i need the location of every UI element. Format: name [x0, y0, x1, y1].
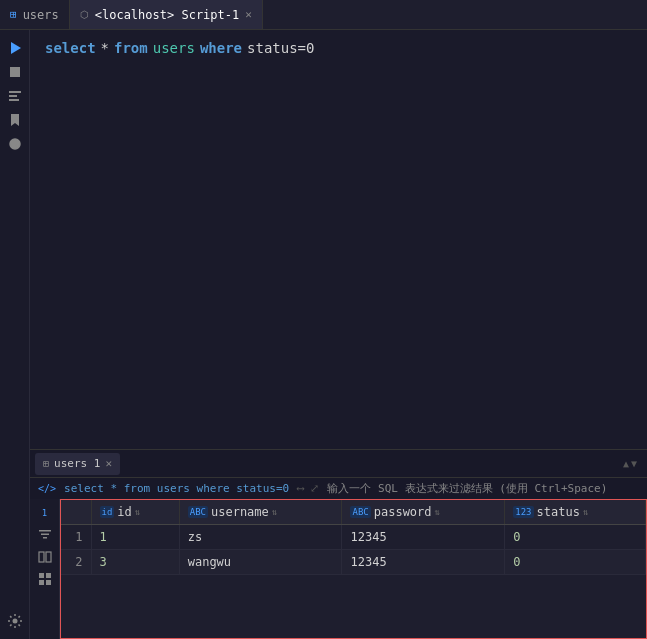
sql-star: * [101, 40, 109, 56]
grid-icon: ⊞ [43, 458, 49, 469]
row-1-username: zs [179, 525, 342, 550]
svg-rect-14 [39, 580, 44, 585]
col-password-name: password [374, 505, 432, 519]
sql-table-name: users [153, 40, 195, 56]
svg-rect-2 [9, 91, 21, 93]
bottom-tab-bar: ⊞ users 1 ✕ ▲ ▼ [30, 450, 647, 478]
tab-script-label: <localhost> Script-1 [95, 8, 240, 22]
bottom-main: 1 [30, 499, 647, 639]
svg-rect-11 [46, 552, 51, 562]
tab-users[interactable]: ⊞ users [0, 0, 70, 29]
nav-up-icon[interactable]: ▲ [623, 458, 629, 469]
col-username-sort-icon[interactable]: ⇅ [272, 507, 277, 517]
sql-keyword-where: where [200, 40, 242, 56]
table-icon: ⊞ [10, 8, 17, 21]
col-status-name: status [537, 505, 580, 519]
row-1-password: 12345 [342, 525, 505, 550]
nav-arrows: ▲ ▼ [623, 458, 642, 469]
result-status-bar: </> select * from users where status=0 ⟷… [30, 478, 647, 499]
svg-rect-15 [46, 580, 51, 585]
tab-bar: ⊞ users ⬡ <localhost> Script-1 ✕ [0, 0, 647, 30]
col-header-status[interactable]: 123 status ⇅ [505, 500, 646, 525]
filter-rows-icon[interactable] [35, 525, 55, 545]
main-area: select * from users where status=0 ⊞ use… [0, 30, 647, 639]
svg-rect-3 [9, 95, 17, 97]
svg-rect-9 [43, 537, 47, 539]
tab-users-label: users [23, 8, 59, 22]
col-username-name: username [211, 505, 269, 519]
sql-condition: status=0 [247, 40, 314, 56]
table-row: 2 3 wangwu 12345 0 [61, 550, 646, 575]
table-row: 1 1 zs 12345 0 [61, 525, 646, 550]
col-header-username[interactable]: ABC username ⇅ [179, 500, 342, 525]
result-table: id id ⇅ ABC username ⇅ [61, 500, 646, 575]
col-id-sort-icon[interactable]: ⇅ [135, 507, 140, 517]
filter-hint: 输入一个 SQL 表达式来过滤结果 (使用 Ctrl+Space) [327, 481, 607, 496]
col-password-sort-icon[interactable]: ⇅ [435, 507, 440, 517]
row-2-id: 3 [91, 550, 179, 575]
stop-icon[interactable] [5, 62, 25, 82]
grid-rows-icon[interactable] [35, 569, 55, 589]
sql-keyword-select: select [45, 40, 96, 56]
bottom-panel: ⊞ users 1 ✕ ▲ ▼ </> select * from users … [30, 449, 647, 639]
sql-editor[interactable]: select * from users where status=0 [30, 30, 647, 449]
tab-close-icon[interactable]: ✕ [245, 8, 252, 21]
history-icon[interactable] [5, 134, 25, 154]
col-username-type-badge: ABC [188, 506, 208, 518]
svg-rect-8 [41, 534, 49, 536]
col-header-password[interactable]: ABC password ⇅ [342, 500, 505, 525]
row-1-id: 1 [91, 525, 179, 550]
sql-line: select * from users where status=0 [45, 40, 632, 56]
query-preview: select * from users where status=0 [64, 482, 289, 495]
col-password-type-badge: ABC [350, 506, 370, 518]
editor-container: select * from users where status=0 ⊞ use… [30, 30, 647, 639]
sql-keyword-from: from [114, 40, 148, 56]
svg-marker-0 [11, 42, 21, 54]
row-2-username: wangwu [179, 550, 342, 575]
svg-rect-4 [9, 99, 19, 101]
bookmark-icon[interactable] [5, 110, 25, 130]
run-icon[interactable] [5, 38, 25, 58]
section-1-icon: 1 [35, 503, 55, 523]
result-table-body: 1 1 zs 12345 0 2 3 wangwu 12345 [61, 525, 646, 575]
row-2-num: 2 [61, 550, 91, 575]
result-tab-label: users 1 [54, 457, 100, 470]
svg-rect-13 [46, 573, 51, 578]
query-tag-icon: </> [38, 483, 56, 494]
settings-icon[interactable] [5, 611, 25, 631]
svg-rect-1 [10, 67, 20, 77]
row-2-status: 0 [505, 550, 646, 575]
left-sidebar [0, 30, 30, 639]
table-header-row: id id ⇅ ABC username ⇅ [61, 500, 646, 525]
col-header-rownum [61, 500, 91, 525]
col-status-type-badge: 123 [513, 506, 533, 518]
result-table-container[interactable]: id id ⇅ ABC username ⇅ [60, 499, 647, 639]
tab-script[interactable]: ⬡ <localhost> Script-1 ✕ [70, 0, 263, 29]
nav-down-icon[interactable]: ▼ [631, 458, 637, 469]
svg-rect-7 [39, 530, 51, 532]
svg-rect-12 [39, 573, 44, 578]
format-icon[interactable] [5, 86, 25, 106]
result-tab[interactable]: ⊞ users 1 ✕ [35, 453, 120, 475]
row-1-status: 0 [505, 525, 646, 550]
col-status-sort-icon[interactable]: ⇅ [583, 507, 588, 517]
expand-icon: ⟷ ⤢ [297, 482, 319, 495]
col-header-id[interactable]: id id ⇅ [91, 500, 179, 525]
col-id-name: id [117, 505, 131, 519]
col-id-type-badge: id [100, 506, 115, 518]
row-1-num: 1 [61, 525, 91, 550]
columns-icon[interactable] [35, 547, 55, 567]
row-2-password: 12345 [342, 550, 505, 575]
result-tab-close-icon[interactable]: ✕ [105, 457, 112, 470]
svg-rect-10 [39, 552, 44, 562]
script-icon: ⬡ [80, 9, 89, 20]
svg-point-6 [12, 619, 17, 624]
bottom-sidebar: 1 [30, 499, 60, 639]
